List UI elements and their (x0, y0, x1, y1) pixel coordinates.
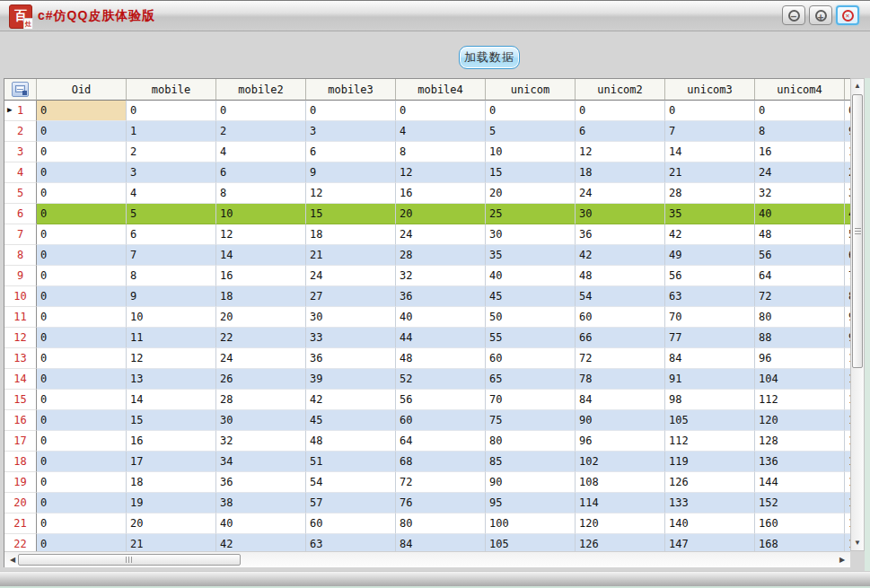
cell-r1-unicom4[interactable]: 0 (755, 101, 845, 121)
cell-r5-unicom3[interactable]: 28 (665, 183, 755, 204)
cell-r22-unicom4[interactable]: 168 (755, 534, 845, 551)
cell-r8-mobile4[interactable]: 28 (396, 245, 486, 266)
cell-r14-unicom4[interactable]: 104 (755, 369, 845, 390)
row-header-20[interactable]: 20 (4, 493, 37, 513)
title-bar[interactable]: 百 灶 c#仿QQ皮肤体验版 − + ✕ (0, 1, 870, 31)
cell-r16-unicom4[interactable]: 120 (755, 410, 845, 431)
cell-r16-unicom[interactable]: 75 (486, 410, 576, 431)
vertical-scrollbar-thumb[interactable] (852, 94, 863, 368)
cell-r13-mobile2[interactable]: 24 (216, 348, 306, 369)
cell-r7-unicom2[interactable]: 36 (576, 224, 665, 245)
cell-r11-unicom3[interactable]: 70 (665, 307, 755, 328)
cell-r9-unicom2[interactable]: 48 (576, 266, 665, 286)
cell-r17-unicom2[interactable]: 96 (576, 431, 665, 452)
cell-r11-mobile4[interactable]: 40 (396, 307, 486, 328)
cell-r12-mobile[interactable]: 11 (127, 328, 216, 348)
scroll-right-icon[interactable]: ▶ (836, 552, 848, 567)
cell-r14-mobile[interactable]: 13 (127, 369, 216, 390)
row-header-19[interactable]: 19 (4, 472, 37, 493)
cell-r4-mobile3[interactable]: 9 (306, 162, 396, 183)
cell-r22-unicom2[interactable]: 126 (576, 534, 665, 551)
cell-r12-unicom3[interactable]: 77 (665, 328, 755, 348)
cell-r13-unicom2[interactable]: 72 (576, 348, 665, 369)
cell-r5-mobile3[interactable]: 12 (306, 183, 396, 204)
cell-r14-unicom3[interactable]: 91 (665, 369, 755, 390)
cell-r14-unicom2[interactable]: 78 (576, 369, 665, 390)
cell-r22-mobile[interactable]: 21 (127, 534, 216, 551)
cell-r6-mobile3[interactable]: 15 (306, 204, 396, 224)
cell-r2-unicom3[interactable]: 7 (665, 121, 755, 142)
cell-r5-unicom4[interactable]: 32 (755, 183, 845, 204)
cell-r18-unicom[interactable]: 85 (486, 452, 576, 472)
cell-r15-mobile2[interactable]: 28 (216, 390, 306, 410)
cell-r2-Oid[interactable]: 0 (37, 121, 127, 142)
cell-r19-mobile[interactable]: 18 (127, 472, 216, 493)
cell-r13-unicom[interactable]: 60 (486, 348, 576, 369)
cell-r6-mobile[interactable]: 5 (127, 204, 216, 224)
cell-r14-mobile2[interactable]: 26 (216, 369, 306, 390)
cell-r4-unicom2[interactable]: 18 (576, 162, 665, 183)
cell-r18-mobile2[interactable]: 34 (216, 452, 306, 472)
cell-r21-unicom[interactable]: 100 (486, 513, 576, 534)
cell-r8-unicom3[interactable]: 49 (665, 245, 755, 266)
cell-r10-unicom4[interactable]: 72 (755, 286, 845, 307)
column-header-Oid[interactable]: Oid (37, 79, 127, 101)
row-header-16[interactable]: 16 (4, 410, 37, 431)
cell-r12-unicom4[interactable]: 88 (755, 328, 845, 348)
cell-r10-mobile[interactable]: 9 (127, 286, 216, 307)
cell-r19-Oid[interactable]: 0 (37, 472, 127, 493)
cell-r21-Oid[interactable]: 0 (37, 513, 127, 534)
cell-r22-mobile2[interactable]: 42 (216, 534, 306, 551)
cell-r9-mobile3[interactable]: 24 (306, 266, 396, 286)
cell-r15-mobile4[interactable]: 56 (396, 390, 486, 410)
cell-r22-Oid[interactable]: 0 (37, 534, 127, 551)
cell-r5-unicom[interactable]: 20 (486, 183, 576, 204)
row-header-18[interactable]: 18 (4, 452, 37, 472)
row-header-4[interactable]: 4 (4, 162, 37, 183)
cell-r19-unicom3[interactable]: 126 (665, 472, 755, 493)
cell-r18-Oid[interactable]: 0 (37, 452, 127, 472)
cell-r20-mobile4[interactable]: 76 (396, 493, 486, 513)
column-header-mobile2[interactable]: mobile2 (216, 79, 306, 101)
cell-r7-unicom3[interactable]: 42 (665, 224, 755, 245)
cell-r6-unicom3[interactable]: 35 (665, 204, 755, 224)
cell-r4-unicom4[interactable]: 24 (755, 162, 845, 183)
load-data-button[interactable]: 加载数据 (459, 46, 520, 69)
cell-r2-unicom2[interactable]: 6 (576, 121, 665, 142)
cell-r18-unicom4[interactable]: 136 (755, 452, 845, 472)
cell-r11-mobile3[interactable]: 30 (306, 307, 396, 328)
cell-r5-unicom2[interactable]: 24 (576, 183, 665, 204)
cell-r1-unicom3[interactable]: 0 (665, 101, 755, 121)
cell-r17-mobile4[interactable]: 64 (396, 431, 486, 452)
cell-r20-mobile[interactable]: 19 (127, 493, 216, 513)
cell-r19-unicom[interactable]: 90 (486, 472, 576, 493)
cell-r16-unicom2[interactable]: 90 (576, 410, 665, 431)
cell-r7-Oid[interactable]: 0 (37, 224, 127, 245)
cell-r15-Oid[interactable]: 0 (37, 390, 127, 410)
cell-r12-unicom2[interactable]: 66 (576, 328, 665, 348)
cell-r20-unicom3[interactable]: 133 (665, 493, 755, 513)
cell-r20-unicom2[interactable]: 114 (576, 493, 665, 513)
cell-r8-Oid[interactable]: 0 (37, 245, 127, 266)
cell-r2-unicom[interactable]: 5 (486, 121, 576, 142)
cell-r4-unicom3[interactable]: 21 (665, 162, 755, 183)
cell-r13-mobile4[interactable]: 48 (396, 348, 486, 369)
cell-r19-mobile4[interactable]: 72 (396, 472, 486, 493)
row-header-22[interactable]: 22 (4, 534, 37, 551)
horizontal-scrollbar[interactable]: ◀ ▶ (4, 551, 850, 567)
cell-r13-mobile3[interactable]: 36 (306, 348, 396, 369)
cell-r6-mobile4[interactable]: 20 (396, 204, 486, 224)
cell-r13-unicom3[interactable]: 84 (665, 348, 755, 369)
horizontal-scrollbar-thumb[interactable] (18, 554, 241, 566)
cell-r14-mobile4[interactable]: 52 (396, 369, 486, 390)
cell-r13-Oid[interactable]: 0 (37, 348, 127, 369)
cell-r9-mobile2[interactable]: 16 (216, 266, 306, 286)
cell-r16-mobile3[interactable]: 45 (306, 410, 396, 431)
cell-r6-unicom4[interactable]: 40 (755, 204, 845, 224)
cell-r1-unicom2[interactable]: 0 (576, 101, 665, 121)
cell-r3-mobile4[interactable]: 8 (396, 142, 486, 162)
row-header-21[interactable]: 21 (4, 513, 37, 534)
cell-r9-Oid[interactable]: 0 (37, 266, 127, 286)
cell-r18-unicom2[interactable]: 102 (576, 452, 665, 472)
cell-r7-unicom[interactable]: 30 (486, 224, 576, 245)
